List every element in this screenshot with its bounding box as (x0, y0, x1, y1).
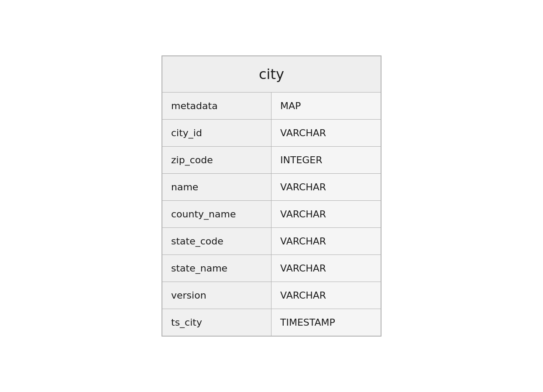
table-row: zip_codeINTEGER (162, 147, 381, 174)
field-name: name (162, 174, 272, 201)
table-row: state_codeVARCHAR (162, 228, 381, 255)
field-name: version (162, 282, 272, 309)
field-type: VARCHAR (272, 201, 381, 228)
field-type: TIMESTAMP (272, 309, 381, 336)
field-name: county_name (162, 201, 272, 228)
field-type: MAP (272, 93, 381, 120)
field-type: VARCHAR (272, 255, 381, 282)
field-type: VARCHAR (272, 120, 381, 147)
field-type: VARCHAR (272, 228, 381, 255)
table-row: versionVARCHAR (162, 282, 381, 309)
table-title-row: city (162, 56, 381, 93)
table-title: city (162, 56, 381, 93)
field-name: zip_code (162, 147, 272, 174)
field-name: state_code (162, 228, 272, 255)
field-type: INTEGER (272, 147, 381, 174)
field-name: ts_city (162, 309, 272, 336)
field-type: VARCHAR (272, 174, 381, 201)
field-name: state_name (162, 255, 272, 282)
field-name: metadata (162, 93, 272, 120)
table-row: ts_cityTIMESTAMP (162, 309, 381, 336)
field-name: city_id (162, 120, 272, 147)
table-row: city_idVARCHAR (162, 120, 381, 147)
table-row: county_nameVARCHAR (162, 201, 381, 228)
field-type: VARCHAR (272, 282, 381, 309)
table-row: state_nameVARCHAR (162, 255, 381, 282)
table-row: nameVARCHAR (162, 174, 381, 201)
schema-table: city metadataMAPcity_idVARCHARzip_codeIN… (162, 55, 381, 337)
table-row: metadataMAP (162, 93, 381, 120)
